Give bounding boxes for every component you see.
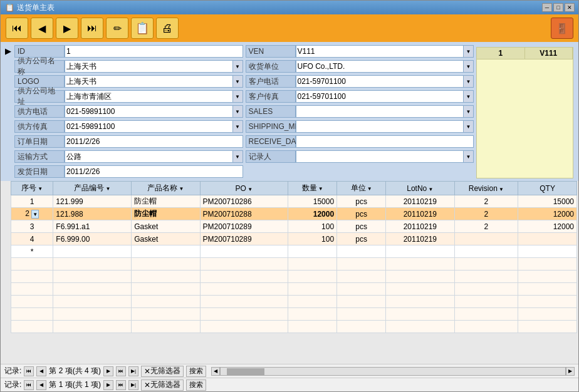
hscroll-1[interactable] [220, 367, 566, 376]
nav-last-2[interactable]: ⏭ [116, 380, 126, 390]
cell-lotno: 20110219 [386, 195, 454, 208]
table-row[interactable]: 4F6.999.00GasketPM200710289100pcs2011021… [11, 233, 577, 245]
table-row[interactable]: 3F6.991.a1GasketPM200710289100pcs2011021… [11, 220, 577, 233]
customer-fax-dropdown[interactable]: ▼ [464, 90, 474, 103]
nav-end-2[interactable]: ▶| [128, 380, 138, 390]
input-logo[interactable]: 上海天书 [65, 75, 233, 88]
nav-prev-2[interactable]: ◀ [36, 380, 46, 390]
input-transport[interactable]: 公路 [65, 150, 233, 163]
input-sales[interactable] [296, 105, 464, 118]
th-prodcode[interactable]: 产品编号 [53, 182, 132, 195]
search-btn-1[interactable]: 搜索 [186, 366, 206, 377]
nav-first-2[interactable]: ⏮ [24, 380, 34, 390]
input-receiver[interactable]: UFO Co.,LTD. [296, 60, 464, 73]
supplier-name-dropdown[interactable]: ▼ [233, 60, 243, 73]
transport-dropdown[interactable]: ▼ [233, 150, 243, 163]
input-customer-fax[interactable]: 021-59701100 [296, 90, 464, 103]
print-button[interactable]: 🖨 [156, 18, 179, 39]
logo-dropdown[interactable]: ▼ [233, 75, 243, 88]
th-prodname[interactable]: 产品名称 [132, 182, 200, 195]
table-scroll[interactable]: 序号 产品编号 产品名称 PO 数量 单位 LotNo Revision QTY… [11, 181, 577, 364]
nav-next-2[interactable]: ▶ [103, 380, 113, 390]
field-customer-tel: 客户电话 021-59701100 ▼ [246, 75, 474, 88]
prev-button[interactable]: ◀ [31, 18, 53, 39]
no-filter-btn-2[interactable]: ✕ 无筛选器 [141, 379, 184, 391]
field-supplier-name: 供方公司名称 上海天书 ▼ [14, 59, 243, 73]
input-id[interactable]: 1 [65, 45, 243, 58]
supplier-tel-dropdown[interactable]: ▼ [233, 105, 243, 118]
cell-qty: 100 [288, 233, 337, 245]
input-recorder-wrapper: ▼ [296, 150, 474, 163]
next-button[interactable]: ▶ [56, 18, 78, 39]
form-marker: ▶ [3, 44, 12, 178]
cell-prodname: Gasket [132, 220, 200, 233]
input-customer-tel[interactable]: 021-59701100 [296, 75, 464, 88]
input-customer-tel-wrapper: 021-59701100 ▼ [296, 75, 474, 88]
input-supplier-tel[interactable]: 021-59891100 [65, 105, 233, 118]
field-supplier-tel: 供方电话 021-59891100 ▼ [14, 105, 243, 118]
label-supplier-name: 供方公司名称 [14, 60, 65, 73]
last-button[interactable]: ⏭ [81, 18, 103, 39]
ven-dropdown[interactable]: ▼ [464, 45, 474, 58]
first-button[interactable]: ⏮ [6, 18, 28, 39]
th-seq[interactable]: 序号 [11, 182, 53, 195]
th-revision[interactable]: Revision [454, 182, 518, 195]
empty-row [11, 296, 577, 308]
scroll-left-1[interactable]: ◀ [211, 367, 220, 376]
label-recorder: 记录人 [246, 150, 296, 163]
scroll-right-1[interactable]: ▶ [566, 367, 575, 376]
cell-prodcode: F6.999.00 [53, 233, 132, 245]
cell-prodcode: 121.988 [53, 208, 132, 220]
row-dropdown[interactable]: ▼ [31, 210, 39, 219]
sales-dropdown[interactable]: ▼ [464, 105, 474, 118]
input-receive-date[interactable] [296, 135, 474, 148]
supplier-addr-dropdown[interactable]: ▼ [233, 90, 243, 103]
cell-lotno: 20110219 [386, 220, 454, 233]
field-ven: VEN V111 ▼ [246, 44, 474, 58]
nav-prev-prev-1[interactable]: ◀ [36, 366, 46, 376]
save-button[interactable]: 📋 [131, 18, 154, 39]
input-supplier-addr[interactable]: 上海市青浦区 [65, 90, 233, 103]
th-po[interactable]: PO [200, 182, 288, 195]
empty-row [11, 258, 577, 271]
main-window: 📋 送货单主表 ─ □ ✕ ⏮ ◀ ▶ ⏭ ✏ 📋 🖨 🚪 ▶ [0, 0, 579, 392]
input-shipping-method[interactable] [296, 120, 464, 133]
search-btn-2[interactable]: 搜索 [186, 379, 206, 391]
new-row-cell [288, 245, 337, 258]
field-supplier-fax: 供方传真 021-59891100 ▼ [14, 120, 243, 133]
minimize-button[interactable]: ─ [542, 3, 552, 12]
input-ven[interactable]: V111 [296, 45, 464, 58]
supplier-fax-dropdown[interactable]: ▼ [233, 120, 243, 133]
nav-last-1[interactable]: ⏭ [116, 366, 126, 376]
edit-button[interactable]: ✏ [106, 18, 128, 39]
shipping-method-dropdown[interactable]: ▼ [464, 120, 474, 133]
input-supplier-fax[interactable]: 021-59891100 [65, 120, 233, 133]
no-filter-btn-1[interactable]: ✕ 无筛选器 [141, 366, 184, 377]
recorder-dropdown[interactable]: ▼ [464, 150, 474, 163]
status-record-info-2: 第 1 项(共 1 项) [49, 379, 101, 390]
nav-next-1[interactable]: ▶ [103, 366, 113, 376]
receiver-dropdown[interactable]: ▼ [464, 60, 474, 73]
th-qty[interactable]: 数量 [288, 182, 337, 195]
input-receiver-wrapper: UFO Co.,LTD. ▼ [296, 60, 474, 73]
input-supplier-name[interactable]: 上海天书 [65, 60, 233, 73]
nav-end-1[interactable]: ▶| [128, 366, 138, 376]
input-order-date[interactable]: 2011/2/26 [65, 135, 243, 148]
exit-button[interactable]: 🚪 [551, 18, 573, 39]
nav-first-1[interactable]: ⏮ [24, 366, 34, 376]
label-sales: SALES [246, 105, 296, 118]
cell-qty2: 15000 [518, 195, 577, 208]
scrollbar-area-1: ◀ ▶ [211, 367, 575, 376]
th-lotno[interactable]: LotNo [386, 182, 454, 195]
input-recorder[interactable] [296, 150, 464, 163]
record-marker: ▶ [3, 44, 12, 58]
table-row[interactable]: 1121.999防尘帽PM20071028615000pcs2011021921… [11, 195, 577, 208]
cell-po: PM200710289 [200, 220, 288, 233]
th-unit[interactable]: 单位 [337, 182, 386, 195]
table-row[interactable]: 2 ▼121.988防尘帽PM20071028812000pcs20110219… [11, 208, 577, 220]
customer-tel-dropdown[interactable]: ▼ [464, 75, 474, 88]
maximize-button[interactable]: □ [553, 3, 563, 12]
close-button[interactable]: ✕ [565, 3, 575, 12]
input-ship-date[interactable]: 2011/2/26 [65, 165, 243, 178]
input-supplier-tel-wrapper: 021-59891100 ▼ [65, 105, 243, 118]
